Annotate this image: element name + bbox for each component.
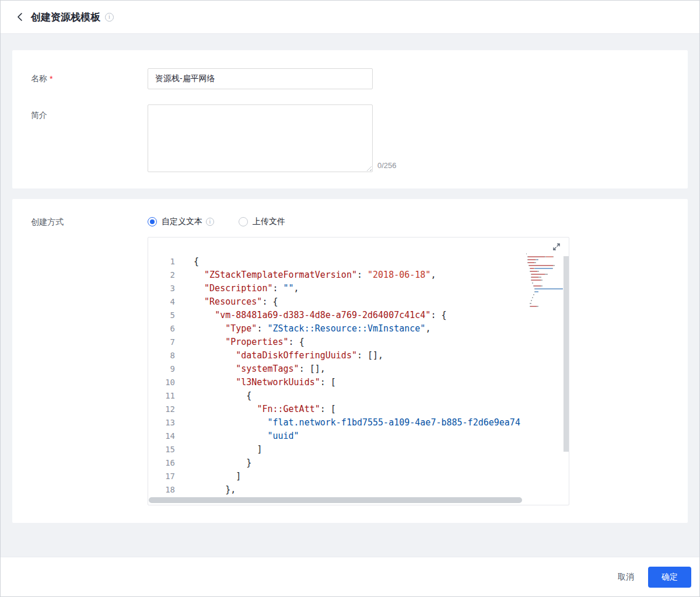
name-form-row: 名称 * [31, 68, 669, 89]
code-line: ] [194, 470, 523, 483]
line-number: 8 [148, 349, 175, 362]
radio-unselected-icon [239, 217, 248, 226]
minimap-row [526, 274, 564, 275]
back-button[interactable] [15, 12, 25, 22]
line-number: 12 [148, 403, 175, 416]
horizontal-scrollbar[interactable] [149, 497, 522, 503]
line-number: 3 [148, 282, 175, 295]
description-form-row: 简介 0/256 [31, 104, 669, 172]
name-input[interactable] [148, 68, 373, 89]
template-code-editor[interactable]: 12345678910111213141516171819 { "ZStackT… [148, 237, 569, 505]
minimap-row [526, 256, 564, 257]
radio-option-custom-text[interactable]: 自定义文本 [148, 217, 214, 227]
create-resource-stack-template-page: 创建资源栈模板 名称 * 简介 0/256 [0, 0, 700, 597]
creation-method-label: 创建方式 [31, 217, 64, 226]
minimap-row [526, 294, 564, 295]
chevron-left-icon [17, 12, 23, 22]
line-number: 7 [148, 336, 175, 349]
expand-editor-button[interactable] [551, 242, 562, 252]
creation-method-row: 创建方式 自定义文本 上传文件 [31, 215, 669, 505]
line-number: 16 [148, 456, 175, 470]
line-number: 10 [148, 376, 175, 389]
code-line: "Description": "", [194, 282, 523, 295]
line-number-gutter: 12345678910111213141516171819 [148, 255, 175, 501]
required-asterisk: * [50, 74, 52, 83]
creation-method-radio-group: 自定义文本 上传文件 [148, 215, 669, 228]
name-label: 名称 [31, 74, 47, 84]
minimap-row [526, 306, 564, 307]
code-line: "flat.network-f1bd7555-a109-4ae7-b885-f2… [194, 416, 523, 430]
content-area: 名称 * 简介 0/256 创建方式 [1, 34, 699, 557]
code-content[interactable]: { "ZStackTemplateFormatVersion": "2018-0… [194, 255, 523, 501]
line-number: 14 [148, 430, 175, 443]
line-number: 17 [148, 470, 175, 483]
line-number: 18 [148, 483, 175, 497]
minimap-row [526, 291, 564, 292]
minimap-row [526, 285, 564, 287]
line-number: 9 [148, 362, 175, 376]
minimap-row [526, 280, 564, 281]
minimap-row [526, 282, 564, 284]
code-line: "l3NetworkUuids": [ [194, 376, 523, 389]
code-line: { [194, 389, 523, 403]
name-label-cell: 名称 * [31, 68, 148, 89]
code-line: "Resources": { [194, 295, 523, 309]
desc-label-cell: 简介 [31, 104, 148, 172]
line-number: 4 [148, 295, 175, 309]
char-counter: 0/256 [377, 161, 397, 170]
line-number: 5 [148, 309, 175, 322]
creation-method-card: 创建方式 自定义文本 上传文件 [12, 199, 688, 523]
code-line: "systemTags": [], [194, 362, 523, 376]
code-line: "ZStackTemplateFormatVersion": "2018-06-… [194, 268, 523, 282]
minimap-row [526, 277, 564, 278]
code-line: ] [194, 443, 523, 456]
basic-info-card: 名称 * 简介 0/256 [12, 50, 688, 188]
minimap-row [526, 253, 564, 254]
minimap-row [526, 259, 564, 260]
code-line: "Fn::GetAtt": [ [194, 403, 523, 416]
title-info-icon[interactable] [105, 13, 114, 22]
minimap-row [526, 303, 564, 304]
custom-text-info-icon[interactable] [206, 218, 214, 226]
code-line: } [194, 456, 523, 470]
cancel-button[interactable]: 取消 [607, 567, 645, 587]
minimap[interactable] [526, 253, 564, 309]
radio-selected-icon [148, 217, 157, 226]
radio-label-custom-text: 自定义文本 [162, 217, 202, 227]
page-title: 创建资源栈模板 [31, 11, 100, 24]
line-number: 6 [148, 322, 175, 336]
confirm-button[interactable]: 确定 [648, 567, 691, 588]
line-number: 13 [148, 416, 175, 430]
code-line: { [194, 255, 523, 268]
line-number: 11 [148, 389, 175, 403]
minimap-row [526, 271, 564, 272]
minimap-row [526, 297, 564, 298]
minimap-row [526, 300, 564, 301]
line-number: 2 [148, 268, 175, 282]
code-line: }, [194, 483, 523, 497]
desc-label: 简介 [31, 110, 47, 120]
creation-method-label-cell: 创建方式 [31, 215, 148, 505]
minimap-row [526, 262, 564, 263]
code-line: "dataDiskOfferingUuids": [], [194, 349, 523, 362]
vertical-scrollbar[interactable] [564, 256, 569, 452]
code-line: "Type": "ZStack::Resource::VmInstance", [194, 322, 523, 336]
code-line: "Properties": { [194, 336, 523, 349]
expand-icon [552, 243, 561, 251]
page-header: 创建资源栈模板 [1, 1, 699, 34]
desc-textarea[interactable] [148, 104, 373, 172]
line-number: 15 [148, 443, 175, 456]
minimap-row [526, 265, 564, 266]
creation-method-controls: 自定义文本 上传文件 12345678910111213141516171819… [148, 215, 669, 505]
line-number: 1 [148, 255, 175, 268]
minimap-row [526, 268, 564, 269]
footer-bar: 取消 确定 [1, 557, 699, 596]
radio-label-upload-file: 上传文件 [253, 217, 285, 227]
radio-option-upload-file[interactable]: 上传文件 [239, 217, 285, 227]
desc-textarea-wrap: 0/256 [148, 104, 373, 172]
code-line: "uuid" [194, 430, 523, 443]
minimap-row [526, 288, 564, 289]
code-line: "vm-88481a69-d383-4d8e-a769-2d64007c41c4… [194, 309, 523, 322]
